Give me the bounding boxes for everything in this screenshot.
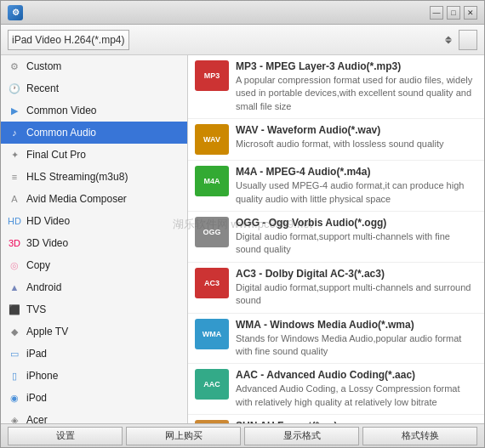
sidebar-item-ipad[interactable]: ▭iPad bbox=[1, 343, 187, 365]
convert-button[interactable]: 格式转换 bbox=[362, 427, 477, 445]
show-format-button[interactable]: 显示格式 bbox=[244, 427, 359, 445]
format-info-mp3: MP3 - MPEG Layer-3 Audio(*.mp3)A popular… bbox=[236, 60, 477, 113]
sidebar-item-hls-streaming[interactable]: ≡HLS Streaming(m3u8) bbox=[1, 166, 187, 188]
content-panel: 湖乐软件网 www.pc6359.net MP3MP3 - MPEG Layer… bbox=[188, 55, 484, 423]
maximize-button[interactable]: □ bbox=[447, 6, 460, 20]
format-info-wav: WAV - Waveform Audio(*.wav)Microsoft aud… bbox=[236, 124, 477, 150]
app-icon: ⚙ bbox=[8, 5, 23, 20]
format-item-ogg[interactable]: OGGOGG - Ogg Vorbis Audio(*.ogg)Digital … bbox=[188, 212, 484, 263]
format-item-ac3[interactable]: AC3AC3 - Dolby Digital AC-3(*.ac3)Digita… bbox=[188, 263, 484, 314]
format-item-mp3[interactable]: MP3MP3 - MPEG Layer-3 Audio(*.mp3)A popu… bbox=[188, 55, 484, 119]
sidebar-item-label-acer: Acer bbox=[26, 414, 180, 423]
format-info-m4a: M4A - MPEG-4 Audio(*.m4a)Usually used MP… bbox=[236, 166, 477, 206]
sidebar-item-label-tvs: TVS bbox=[26, 303, 180, 315]
main-content: ⚙Custom🕐Recent▶Common Video♪Common Audio… bbox=[1, 55, 484, 423]
sidebar-item-label-avid-media-composer: Avid Media Composer bbox=[26, 193, 180, 205]
format-desc-m4a: Usually used MPEG-4 audio format,it can … bbox=[236, 179, 477, 206]
sidebar-item-3d-video[interactable]: 3D3D Video bbox=[1, 232, 187, 254]
format-thumb-mp3: MP3 bbox=[195, 60, 229, 91]
format-thumb-ogg: OGG bbox=[195, 217, 229, 247]
format-title-ogg: OGG - Ogg Vorbis Audio(*.ogg) bbox=[236, 217, 477, 229]
ipad-icon: ▭ bbox=[8, 347, 21, 360]
sidebar: ⚙Custom🕐Recent▶Common Video♪Common Audio… bbox=[1, 55, 188, 423]
copy-icon: ◎ bbox=[8, 258, 21, 272]
sidebar-item-acer[interactable]: ◈Acer bbox=[1, 409, 187, 423]
sidebar-item-label-apple-tv: Apple TV bbox=[26, 326, 180, 337]
sidebar-item-label-hd-video: HD Video bbox=[26, 215, 180, 227]
sidebar-item-hd-video[interactable]: HDHD Video bbox=[1, 210, 187, 232]
common-audio-icon: ♪ bbox=[8, 126, 21, 139]
sidebar-item-label-hls-streaming: HLS Streaming(m3u8) bbox=[26, 171, 180, 183]
sidebar-item-label-ipad: iPad bbox=[26, 348, 180, 360]
format-info-ac3: AC3 - Dolby Digital AC-3(*.ac3)Digital a… bbox=[236, 268, 477, 308]
sidebar-item-label-final-cut-pro: Final Cut Pro bbox=[26, 149, 180, 161]
format-desc-aac: Advanced Audio Coding, a Lossy Compressi… bbox=[236, 383, 477, 409]
android-icon: ▲ bbox=[8, 281, 21, 294]
format-thumb-wma: WMA bbox=[195, 319, 229, 349]
format-desc-ogg: Digital audio format,support multi-chann… bbox=[236, 230, 477, 257]
common-video-icon: ▶ bbox=[8, 104, 21, 117]
sidebar-item-ipod[interactable]: ◉iPod bbox=[1, 387, 187, 409]
sidebar-item-final-cut-pro[interactable]: ✦Final Cut Pro bbox=[1, 144, 187, 166]
format-item-wma[interactable]: WMAWMA - Windows Media Audio(*.wma)Stand… bbox=[188, 314, 484, 365]
sidebar-item-label-iphone: iPhone bbox=[26, 370, 180, 382]
format-thumb-ac3: AC3 bbox=[195, 268, 229, 298]
format-title-m4a: M4A - MPEG-4 Audio(*.m4a) bbox=[236, 166, 477, 178]
format-select[interactable]: iPad Video H.264(*.mp4) bbox=[8, 30, 129, 50]
sidebar-item-recent[interactable]: 🕐Recent bbox=[1, 77, 187, 99]
online-button[interactable]: 网上购买 bbox=[126, 427, 241, 445]
sidebar-item-copy[interactable]: ◎Copy bbox=[1, 254, 187, 276]
format-thumb-m4a: M4A bbox=[195, 166, 229, 196]
sidebar-item-label-custom: Custom bbox=[26, 60, 180, 72]
sidebar-item-custom[interactable]: ⚙Custom bbox=[1, 55, 187, 77]
toolbar: iPad Video H.264(*.mp4) bbox=[1, 25, 484, 55]
sidebar-item-label-common-audio: Common Audio bbox=[26, 127, 180, 139]
3d-video-icon: 3D bbox=[8, 236, 21, 250]
custom-icon: ⚙ bbox=[8, 60, 21, 73]
sidebar-item-label-android: Android bbox=[26, 281, 180, 293]
format-title-wav: WAV - Waveform Audio(*.wav) bbox=[236, 124, 477, 136]
sidebar-item-common-audio[interactable]: ♪Common Audio bbox=[1, 122, 187, 144]
format-thumb-aac: AAC bbox=[195, 369, 229, 400]
main-window: ⚙ — □ ✕ iPad Video H.264(*.mp4) ⚙Custom🕐… bbox=[0, 0, 485, 448]
sidebar-item-apple-tv[interactable]: ◆Apple TV bbox=[1, 320, 187, 343]
sidebar-item-tvs[interactable]: ⬛TVS bbox=[1, 298, 187, 320]
format-title-mp3: MP3 - MPEG Layer-3 Audio(*.mp3) bbox=[236, 60, 477, 72]
format-item-wav[interactable]: WAVWAV - Waveform Audio(*.wav)Microsoft … bbox=[188, 119, 484, 161]
format-thumb-wav: WAV bbox=[195, 124, 229, 155]
format-desc-ac3: Digital audio format,support multi-chann… bbox=[236, 281, 477, 308]
sidebar-item-iphone[interactable]: ▯iPhone bbox=[1, 365, 187, 387]
hls-streaming-icon: ≡ bbox=[8, 170, 21, 184]
format-desc-wma: Stands for Windows Media Audio,popular a… bbox=[236, 332, 477, 359]
format-select-wrapper: iPad Video H.264(*.mp4) bbox=[8, 30, 454, 50]
sidebar-item-label-recent: Recent bbox=[26, 82, 180, 94]
format-desc-mp3: A popular compression format used for au… bbox=[236, 74, 477, 113]
iphone-icon: ▯ bbox=[8, 369, 21, 383]
sidebar-item-avid-media-composer[interactable]: AAvid Media Composer bbox=[1, 188, 187, 210]
apple-tv-icon: ◆ bbox=[8, 325, 21, 338]
format-info-wma: WMA - Windows Media Audio(*.wma)Stands f… bbox=[236, 319, 477, 359]
bottom-bar: 设置网上购买显示格式格式转换 bbox=[1, 423, 484, 447]
format-item-aac[interactable]: AACAAC - Advanced Audio Coding(*.aac)Adv… bbox=[188, 364, 484, 415]
avid-media-composer-icon: A bbox=[8, 192, 21, 206]
ipod-icon: ◉ bbox=[8, 391, 21, 405]
hd-video-icon: HD bbox=[8, 214, 21, 228]
sidebar-item-label-3d-video: 3D Video bbox=[26, 237, 180, 249]
final-cut-pro-icon: ✦ bbox=[8, 148, 21, 162]
title-bar: ⚙ — □ ✕ bbox=[1, 1, 484, 25]
sidebar-item-common-video[interactable]: ▶Common Video bbox=[1, 99, 187, 122]
close-button[interactable]: ✕ bbox=[464, 6, 477, 20]
settings-button[interactable]: 设置 bbox=[8, 427, 123, 445]
format-desc-wav: Microsoft audio format, with lossless so… bbox=[236, 138, 477, 150]
select-arrow-icon bbox=[445, 36, 452, 43]
format-item-au[interactable]: AUSUN AU Format(*.au)Digital audio forma… bbox=[188, 415, 484, 423]
tvs-icon: ⬛ bbox=[8, 303, 21, 316]
format-info-aac: AAC - Advanced Audio Coding(*.aac)Advanc… bbox=[236, 369, 477, 409]
sidebar-item-android[interactable]: ▲Android bbox=[1, 276, 187, 298]
save-as-button[interactable] bbox=[459, 30, 477, 50]
acer-icon: ◈ bbox=[8, 413, 21, 423]
format-title-aac: AAC - Advanced Audio Coding(*.aac) bbox=[236, 369, 477, 381]
minimize-button[interactable]: — bbox=[430, 6, 443, 20]
format-title-wma: WMA - Windows Media Audio(*.wma) bbox=[236, 319, 477, 331]
format-item-m4a[interactable]: M4AM4A - MPEG-4 Audio(*.m4a)Usually used… bbox=[188, 161, 484, 212]
